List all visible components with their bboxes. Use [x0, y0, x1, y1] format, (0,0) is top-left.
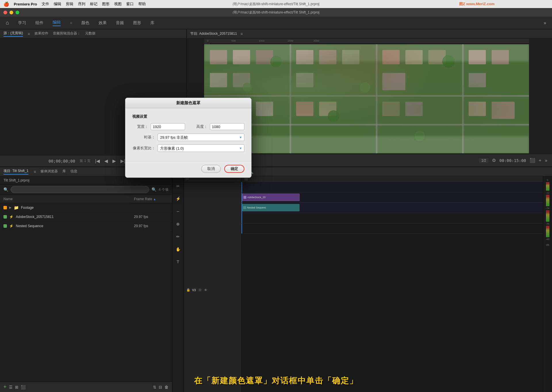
search-input[interactable]: [11, 186, 149, 193]
dialog-footer: 取消 确定: [125, 161, 251, 177]
sort-icon2[interactable]: ⇅: [153, 385, 156, 389]
menu-help[interactable]: 帮助: [138, 1, 146, 7]
prog-more-icon[interactable]: »: [545, 158, 547, 163]
list-view-icon[interactable]: ☰: [9, 385, 13, 389]
mini-ruler: :00: [241, 176, 543, 182]
folder-icon: 📁: [14, 205, 19, 210]
prog-add-icon[interactable]: +: [539, 158, 541, 163]
menu-clip[interactable]: 剪辑: [66, 1, 73, 7]
tab-effect-controls[interactable]: 效果控件: [34, 31, 48, 36]
eye-v3-icon[interactable]: 👁: [204, 288, 207, 292]
list-item[interactable]: ⚡ AdobeStock_205715811 29.97 fps: [0, 212, 172, 221]
mac-menubar: 🍎 Premiere Pro 文件 编辑 剪辑 序列 标记 图形 视图 窗口 帮…: [0, 0, 552, 8]
nav-study[interactable]: 学习: [18, 20, 26, 26]
nav-color[interactable]: 颜色: [81, 20, 89, 26]
prog-export-icon[interactable]: ⬛: [530, 158, 535, 163]
prog-settings-icon[interactable]: ⚙: [492, 158, 496, 163]
step-back-icon[interactable]: |◀: [95, 158, 100, 164]
tab-metadata[interactable]: 元数据: [85, 31, 95, 36]
top-navigation: ⌂ 学习 组件 编辑 ≡ 颜色 效果 音频 图形 库 »: [0, 17, 552, 29]
clip-icon-teal: [243, 206, 246, 209]
tool-hand[interactable]: ✋: [174, 245, 182, 253]
nav-component[interactable]: 组件: [35, 20, 43, 26]
apple-logo-icon[interactable]: 🍎: [3, 1, 9, 7]
program-zoom[interactable]: 1/2: [479, 158, 488, 163]
pixel-select[interactable]: 方形像素 (1.0): [158, 144, 244, 152]
grid-view-icon[interactable]: ⊞: [15, 385, 18, 389]
expand-icon[interactable]: ▶: [9, 206, 12, 209]
tool-razor[interactable]: ⚡: [174, 195, 182, 203]
tool-pen[interactable]: ✏: [174, 233, 182, 241]
menu-mark[interactable]: 标记: [90, 1, 97, 7]
meter-label-36: -36: [546, 222, 549, 225]
tab-source[interactable]: 源：(无剪辑): [3, 31, 23, 37]
height-input[interactable]: [210, 123, 244, 130]
home-icon[interactable]: ⌂: [6, 20, 9, 26]
width-input[interactable]: [151, 123, 185, 130]
tool-slide[interactable]: ⊕: [174, 220, 182, 228]
item-color-green: [3, 215, 7, 219]
list-item[interactable]: ▶ 📁 Footage: [0, 203, 172, 212]
program-header: 节目: AdobeStock_205715811 ≡: [187, 29, 552, 38]
menu-window[interactable]: 窗口: [126, 1, 134, 7]
dialog-titlebar: 新建颜色遮罩: [125, 98, 251, 108]
menu-sequence[interactable]: 序列: [78, 1, 85, 7]
meter-bar-top: [546, 182, 549, 191]
program-video-image: [204, 44, 529, 153]
maximize-button[interactable]: [16, 11, 19, 14]
timeline-panel: 00:00:00:00 🧲 🔗 ⊞ ⊟ 🔧 :00 🔒 V3: [184, 167, 552, 392]
col-framerate-header[interactable]: Frame Rate ▲: [134, 197, 168, 201]
ok-button[interactable]: 确定: [224, 165, 244, 173]
prev-frame-icon[interactable]: ◀: [104, 158, 108, 164]
meter-label-db: dB: [546, 244, 549, 246]
menu-view[interactable]: 视图: [114, 1, 122, 7]
tool-text[interactable]: T: [174, 258, 182, 266]
nav-audio[interactable]: 音频: [116, 20, 124, 26]
next-frame-icon[interactable]: ▶|: [120, 158, 125, 164]
timebase-select[interactable]: 29.97 fps 非丢帧: [158, 134, 244, 141]
tab-info[interactable]: 信息: [70, 169, 77, 174]
tab-media-browser[interactable]: 媒体浏览器: [41, 169, 58, 174]
sync-v3-icon[interactable]: ⊡: [199, 288, 201, 292]
clip-adobestock[interactable]: AdobeStock_20: [242, 194, 300, 201]
clip-nested[interactable]: Nested Sequenc: [242, 204, 300, 211]
menu-file[interactable]: 文件: [42, 1, 49, 7]
nav-effects[interactable]: 效果: [99, 20, 107, 26]
nav-edit[interactable]: 编辑: [53, 20, 61, 26]
nav-graphics[interactable]: 图形: [133, 20, 141, 26]
nav-more-icon[interactable]: »: [544, 20, 546, 26]
lock-v3-icon[interactable]: 🔒: [186, 288, 190, 292]
tool-slip[interactable]: ↔: [174, 207, 182, 215]
delete-icon[interactable]: 🗑: [164, 385, 168, 389]
cancel-button[interactable]: 取消: [201, 165, 221, 173]
auto-match-icon[interactable]: ⊟: [159, 385, 162, 389]
search-in-icon[interactable]: 🔍: [152, 187, 156, 192]
mini-track-v2: AdobeStock_20: [241, 192, 543, 203]
list-item[interactable]: ⚡ Nested Sequence 29.97 fps: [0, 221, 172, 231]
project-bottom-toolbar: + ☰ ⊞ ⬛ ⇅ ⊟ 🗑: [0, 382, 172, 392]
app-name[interactable]: Premiere Pro: [14, 2, 37, 6]
new-item-icon[interactable]: +: [3, 384, 7, 390]
minimize-button[interactable]: [9, 11, 13, 14]
nav-library[interactable]: 库: [150, 20, 154, 26]
clip-label-nested: Nested Sequenc: [247, 206, 266, 209]
source-menu-icon[interactable]: ≡: [28, 32, 30, 36]
pixel-aspect-row: 像素长宽比： 方形像素 (1.0): [132, 144, 244, 152]
tab-library[interactable]: 库: [62, 169, 66, 174]
program-ruler-top: 0 500 1000 1500 2000: [204, 38, 529, 43]
program-menu-icon[interactable]: ≡: [240, 32, 243, 36]
tool-ripple[interactable]: ✂: [174, 182, 182, 190]
project-menu-icon[interactable]: ≡: [34, 169, 36, 174]
menu-edit[interactable]: 编辑: [54, 1, 61, 7]
project-name: Tilt Shift_1.prproj: [3, 178, 29, 182]
freeform-view-icon[interactable]: ⬛: [21, 385, 26, 389]
width-height-row: 宽度： 高度：: [132, 123, 244, 130]
project-panel: 项目: Tilt Shift_1 ≡ 媒体浏览器 库 信息 Tilt Shift…: [0, 167, 172, 392]
tab-audio-mixer[interactable]: 音频剪辑混合器：: [53, 31, 80, 36]
menu-graphic[interactable]: 图形: [102, 1, 110, 7]
close-button[interactable]: [3, 11, 7, 14]
track-header-v3: 🔒 V3 ⊡ 👁: [184, 182, 241, 392]
tab-project[interactable]: 项目: Tilt Shift_1: [3, 169, 28, 175]
search-icon: 🔍: [3, 187, 8, 192]
play-icon[interactable]: ▶: [112, 158, 116, 164]
